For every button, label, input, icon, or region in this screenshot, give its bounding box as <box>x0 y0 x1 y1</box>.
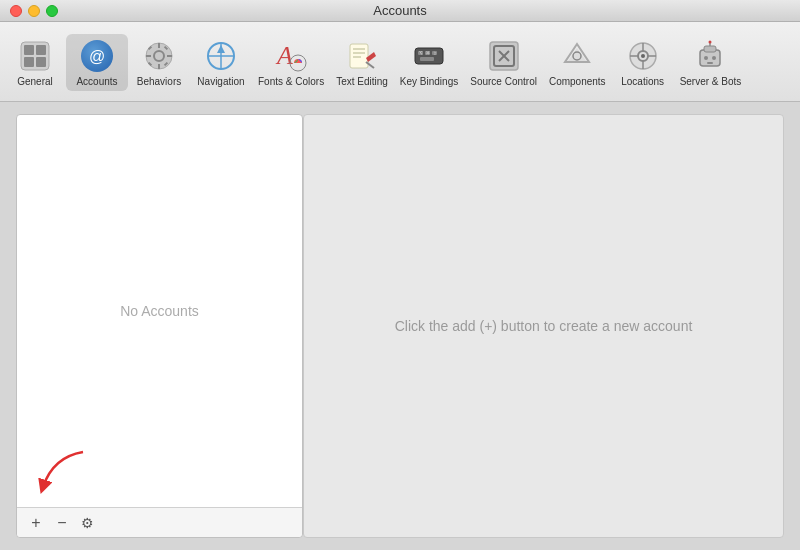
accounts-icon: @ <box>79 38 115 74</box>
fonts-colors-icon: A <box>273 38 309 74</box>
svg-text:⌘: ⌘ <box>426 49 430 56</box>
window-controls <box>10 5 58 17</box>
toolbar-item-navigation[interactable]: Navigation <box>190 34 252 91</box>
add-account-button[interactable]: + <box>25 512 47 534</box>
svg-rect-2 <box>36 45 46 55</box>
behaviors-icon <box>141 38 177 74</box>
server-bots-label: Server & Bots <box>680 76 742 87</box>
navigation-icon <box>203 38 239 74</box>
server-bots-icon <box>692 38 728 74</box>
key-bindings-label: Key Bindings <box>400 76 458 87</box>
svg-rect-11 <box>167 55 172 57</box>
svg-rect-1 <box>24 45 34 55</box>
toolbar-item-key-bindings[interactable]: ⌥ ⌘ ⇧ Key Bindings <box>394 34 464 91</box>
components-icon <box>559 38 595 74</box>
svg-rect-32 <box>420 57 434 61</box>
svg-point-56 <box>709 41 712 44</box>
left-panel: No Accounts + − ⚙ <box>16 114 303 538</box>
accounts-label: Accounts <box>76 76 117 87</box>
minimize-button[interactable] <box>28 5 40 17</box>
toolbar-item-text-editing[interactable]: Text Editing <box>330 34 394 91</box>
svg-text:@: @ <box>89 48 105 65</box>
toolbar-item-general[interactable]: General <box>4 34 66 91</box>
svg-text:⇧: ⇧ <box>433 49 437 56</box>
source-control-icon <box>486 38 522 74</box>
window-title: Accounts <box>373 3 426 18</box>
locations-icon <box>625 38 661 74</box>
close-button[interactable] <box>10 5 22 17</box>
toolbar-item-locations[interactable]: Locations <box>612 34 674 91</box>
svg-rect-22 <box>350 44 368 68</box>
locations-label: Locations <box>621 76 664 87</box>
svg-rect-10 <box>146 55 151 57</box>
title-bar: Accounts <box>0 0 800 22</box>
toolbar-item-source-control[interactable]: Source Control <box>464 34 543 91</box>
svg-rect-4 <box>36 57 46 67</box>
fonts-colors-label: Fonts & Colors <box>258 76 324 87</box>
right-panel: Click the add (+) button to create a new… <box>303 114 784 538</box>
general-label: General <box>17 76 53 87</box>
content-area: No Accounts + − ⚙ <box>0 102 800 550</box>
svg-point-53 <box>712 56 716 60</box>
remove-account-button[interactable]: − <box>51 512 73 534</box>
svg-text:⌥: ⌥ <box>419 49 423 56</box>
account-settings-button[interactable]: ⚙ <box>77 513 97 533</box>
key-bindings-icon: ⌥ ⌘ ⇧ <box>411 38 447 74</box>
left-panel-toolbar: + − ⚙ <box>17 507 302 537</box>
source-control-label: Source Control <box>470 76 537 87</box>
toolbar: General @ Accounts <box>0 22 800 102</box>
components-label: Components <box>549 76 606 87</box>
behaviors-label: Behaviors <box>137 76 181 87</box>
toolbar-item-server-bots[interactable]: Server & Bots <box>674 34 748 91</box>
toolbar-item-behaviors[interactable]: Behaviors <box>128 34 190 91</box>
text-editing-icon <box>344 38 380 74</box>
svg-rect-51 <box>704 46 716 52</box>
svg-rect-3 <box>24 57 34 67</box>
text-editing-label: Text Editing <box>336 76 388 87</box>
svg-rect-54 <box>707 62 713 64</box>
toolbar-item-fonts-colors[interactable]: A Fonts & Colors <box>252 34 330 91</box>
svg-point-45 <box>641 54 645 58</box>
toolbar-item-accounts[interactable]: @ Accounts <box>66 34 128 91</box>
accounts-list: No Accounts <box>17 115 302 507</box>
maximize-button[interactable] <box>46 5 58 17</box>
add-account-hint: Click the add (+) button to create a new… <box>395 318 693 334</box>
toolbar-item-components[interactable]: Components <box>543 34 612 91</box>
general-icon <box>17 38 53 74</box>
no-accounts-text: No Accounts <box>120 303 199 319</box>
svg-point-52 <box>704 56 708 60</box>
svg-rect-8 <box>158 43 160 48</box>
svg-marker-19 <box>217 45 225 53</box>
gear-icon: ⚙ <box>81 515 94 531</box>
svg-rect-9 <box>158 64 160 69</box>
navigation-label: Navigation <box>197 76 244 87</box>
